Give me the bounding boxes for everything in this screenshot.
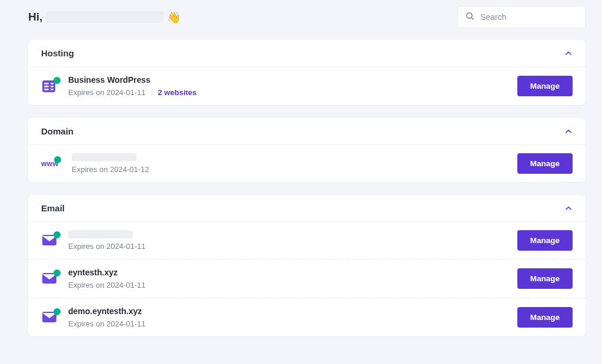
divider — [152, 89, 152, 97]
greeting-name-redacted — [46, 11, 163, 23]
svg-rect-3 — [44, 83, 49, 85]
svg-rect-6 — [51, 83, 53, 85]
hosting-plan-title: Business WordPress — [68, 75, 508, 85]
wave-icon: 👋 — [167, 11, 181, 24]
manage-button[interactable]: Manage — [517, 76, 573, 96]
chevron-up-icon — [564, 127, 573, 136]
email-expires: Expires on 2024-01-11 — [68, 281, 146, 289]
manage-button[interactable]: Manage — [517, 230, 573, 251]
search-icon — [465, 11, 474, 23]
domain-name-redacted — [72, 153, 136, 161]
domain-row: www Expires on 2024-01-12 Manage — [28, 145, 586, 182]
hosting-row: Business WordPress Expires on 2024-01-11… — [28, 67, 586, 105]
email-name-redacted — [68, 230, 133, 238]
svg-line-1 — [471, 18, 473, 19]
email-icon — [41, 234, 59, 248]
domain-title: Domain — [41, 126, 73, 136]
email-expires: Expires on 2024-01-11 — [68, 242, 146, 251]
hosting-panel: Hosting Business WordPress Expires on 20… — [28, 40, 586, 105]
hosting-websites-link[interactable]: 2 websites — [158, 88, 197, 97]
email-domain: eyntesth.xyz — [68, 268, 508, 277]
email-expires: Expires on 2024-01-11 — [68, 319, 146, 328]
svg-rect-8 — [51, 89, 53, 90]
email-icon — [41, 272, 59, 286]
email-row: eyntesth.xyz Expires on 2024-01-11 Manag… — [28, 259, 586, 298]
domain-expires: Expires on 2024-01-12 — [72, 165, 149, 174]
hosting-title: Hosting — [41, 48, 74, 58]
email-header[interactable]: Email — [28, 195, 586, 222]
manage-button[interactable]: Manage — [517, 153, 573, 174]
svg-rect-5 — [44, 89, 49, 90]
svg-rect-7 — [51, 86, 53, 87]
manage-button[interactable]: Manage — [517, 307, 573, 328]
hosting-expires: Expires on 2024-01-11 — [68, 88, 146, 97]
svg-rect-4 — [44, 86, 49, 87]
email-domain: demo.eyntesth.xyz — [68, 306, 508, 316]
email-icon — [41, 311, 59, 325]
email-row: demo.eyntesth.xyz Expires on 2024-01-11 … — [28, 298, 586, 336]
greeting: Hi, 👋 — [28, 11, 181, 24]
email-title: Email — [41, 203, 65, 213]
greeting-prefix: Hi, — [28, 11, 42, 23]
search-box[interactable] — [457, 6, 586, 28]
hosting-icon — [41, 79, 59, 93]
www-icon: www — [41, 160, 62, 168]
chevron-up-icon — [564, 204, 573, 213]
chevron-up-icon — [564, 49, 573, 58]
domain-panel: Domain www Expires on 2024-01-12 Manage — [28, 118, 586, 182]
hosting-header[interactable]: Hosting — [28, 40, 586, 67]
email-panel: Email Expires on 2024-01-11 Manage eynte… — [28, 195, 586, 336]
email-row: Expires on 2024-01-11 Manage — [28, 222, 586, 259]
domain-header[interactable]: Domain — [28, 118, 586, 145]
search-input[interactable] — [480, 12, 578, 22]
manage-button[interactable]: Manage — [517, 268, 573, 289]
